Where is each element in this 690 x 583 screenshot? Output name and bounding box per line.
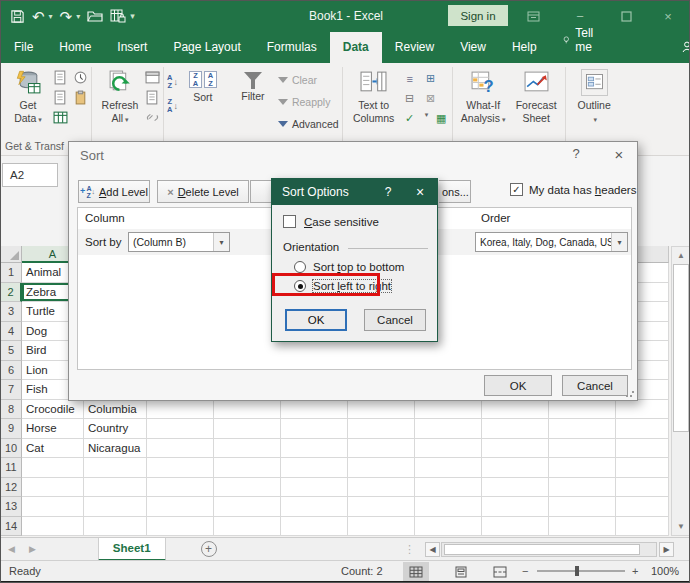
- cell[interactable]: [84, 497, 147, 517]
- cell[interactable]: [281, 400, 348, 420]
- cell[interactable]: Columbia: [84, 400, 147, 420]
- cell[interactable]: [415, 497, 482, 517]
- row-header[interactable]: 1: [1, 263, 22, 283]
- outline-button[interactable]: Outline▾: [569, 67, 619, 125]
- cell[interactable]: [549, 517, 616, 537]
- sheet-nav-left-icon[interactable]: ◀: [1, 544, 22, 554]
- scroll-down-icon[interactable]: ▼: [672, 518, 690, 535]
- copy-level-button-partial[interactable]: [250, 180, 272, 203]
- undo-dropdown-icon[interactable]: ▾: [49, 12, 53, 21]
- from-table-icon[interactable]: [53, 110, 68, 125]
- cell[interactable]: [549, 497, 616, 517]
- forecast-sheet-button[interactable]: ForecastSheet: [510, 67, 562, 125]
- cell[interactable]: [415, 478, 482, 498]
- cell[interactable]: Crocodile: [22, 400, 84, 420]
- sort-dialog-cancel-button[interactable]: Cancel: [562, 375, 628, 396]
- quick-access-toolbar-dropdown-icon[interactable]: ▾: [130, 11, 135, 21]
- properties-icon[interactable]: [145, 90, 160, 105]
- row-header[interactable]: 2: [1, 283, 22, 303]
- cell[interactable]: [214, 458, 281, 478]
- cell[interactable]: [348, 458, 415, 478]
- cell[interactable]: [22, 497, 84, 517]
- chevron-down-icon[interactable]: ▾: [611, 233, 627, 251]
- cell[interactable]: [415, 419, 482, 439]
- cell[interactable]: [549, 439, 616, 459]
- sheet-nav-right-icon[interactable]: ▶: [22, 544, 43, 554]
- cell[interactable]: [616, 458, 669, 478]
- cell[interactable]: [147, 497, 214, 517]
- tab-formulas[interactable]: Formulas: [254, 32, 330, 63]
- cell[interactable]: [415, 517, 482, 537]
- clear-filter-button[interactable]: Clear: [278, 71, 339, 88]
- cell[interactable]: [482, 478, 549, 498]
- cell[interactable]: [348, 439, 415, 459]
- row-header[interactable]: 5: [1, 341, 22, 361]
- sort-dialog-close-icon[interactable]: ×: [607, 146, 631, 163]
- sort-dialog-help-icon[interactable]: ?: [565, 146, 587, 161]
- cell[interactable]: [147, 517, 214, 537]
- row-header[interactable]: 8: [1, 400, 22, 420]
- cell[interactable]: [348, 497, 415, 517]
- queries-connections-icon[interactable]: [145, 70, 160, 85]
- existing-connections-icon[interactable]: [73, 90, 88, 105]
- sign-in-button[interactable]: Sign in: [448, 5, 508, 26]
- hscroll-right-icon[interactable]: ▶: [659, 542, 674, 557]
- reapply-button[interactable]: Reapply: [278, 93, 339, 110]
- new-sheet-button[interactable]: +: [201, 541, 217, 557]
- refresh-all-button[interactable]: RefreshAll▾: [95, 67, 145, 125]
- vertical-scrollbar-thumb[interactable]: [673, 264, 689, 432]
- cell[interactable]: [348, 517, 415, 537]
- cell[interactable]: [549, 478, 616, 498]
- page-break-view-button[interactable]: [487, 562, 513, 581]
- sort-options-close-icon[interactable]: ×: [403, 184, 437, 200]
- sort-left-to-right-radio[interactable]: Sort left to right: [294, 280, 391, 292]
- relationships-icon[interactable]: ⊞: [423, 71, 439, 86]
- cell[interactable]: [214, 419, 281, 439]
- cell[interactable]: [22, 517, 84, 537]
- sort-top-to-bottom-radio[interactable]: Sort top to bottom: [294, 261, 404, 273]
- my-data-has-headers-checkbox[interactable]: ✓ My data has headers: [510, 183, 636, 196]
- cell[interactable]: [22, 458, 84, 478]
- cell[interactable]: [348, 419, 415, 439]
- cell[interactable]: [281, 478, 348, 498]
- cell[interactable]: [415, 439, 482, 459]
- manage-data-model-icon[interactable]: ▦: [433, 111, 449, 126]
- get-data-button[interactable]: GetData▾: [3, 67, 53, 125]
- cell[interactable]: [482, 517, 549, 537]
- scroll-up-icon[interactable]: ▲: [672, 247, 690, 264]
- zoom-slider-thumb[interactable]: [575, 566, 579, 576]
- redo-icon[interactable]: ↷: [60, 9, 73, 24]
- options-button-partial[interactable]: ons...: [439, 180, 471, 203]
- cell[interactable]: [482, 400, 549, 420]
- cell[interactable]: [549, 419, 616, 439]
- cell[interactable]: [84, 517, 147, 537]
- close-window-button[interactable]: ×: [651, 1, 685, 31]
- cell[interactable]: [84, 478, 147, 498]
- cell[interactable]: Nicaragua: [84, 439, 147, 459]
- zoom-out-button[interactable]: −: [522, 565, 528, 577]
- maximize-button[interactable]: [609, 1, 643, 31]
- redo-dropdown-icon[interactable]: ▾: [76, 12, 80, 21]
- vertical-scrollbar[interactable]: ▲ ▼: [671, 246, 690, 536]
- cell[interactable]: [281, 497, 348, 517]
- consolidate-icon[interactable]: ⊠: [423, 91, 439, 106]
- cell[interactable]: [281, 458, 348, 478]
- cell[interactable]: [549, 458, 616, 478]
- name-box[interactable]: A2: [2, 163, 58, 187]
- row-header[interactable]: 14: [1, 517, 22, 537]
- page-layout-view-button[interactable]: [448, 562, 474, 581]
- save-icon[interactable]: [10, 9, 25, 24]
- cell[interactable]: Country: [84, 419, 147, 439]
- cell[interactable]: [616, 439, 669, 459]
- cell[interactable]: [281, 517, 348, 537]
- ribbon-display-options-icon[interactable]: [516, 1, 550, 31]
- cell[interactable]: [214, 497, 281, 517]
- zoom-slider[interactable]: [537, 570, 625, 572]
- tell-me-button[interactable]: Tell me: [550, 18, 611, 63]
- data-validation-icon[interactable]: ✓: [402, 111, 418, 126]
- cell[interactable]: [348, 478, 415, 498]
- cell[interactable]: [214, 517, 281, 537]
- row-header[interactable]: 7: [1, 380, 22, 400]
- tab-splitter-icon[interactable]: ⋮: [404, 543, 415, 556]
- cell[interactable]: [482, 497, 549, 517]
